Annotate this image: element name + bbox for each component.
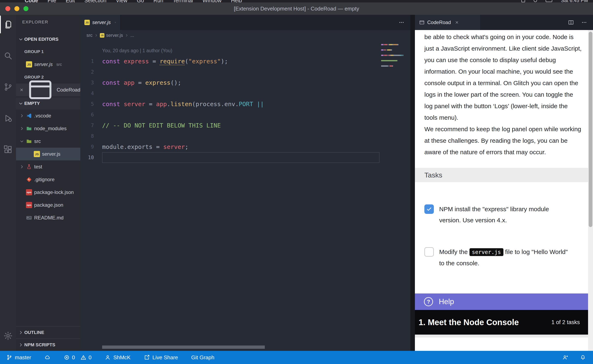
breadcrumb-item-more[interactable]: ... <box>130 33 134 38</box>
minimap-line <box>381 47 408 48</box>
check-icon <box>426 206 432 212</box>
code-editor[interactable]: You, 20 days ago | 1 author (You)1const … <box>80 41 410 351</box>
folder-src-icon <box>26 138 32 144</box>
status-shmck-account[interactable]: ShMcK <box>105 351 131 364</box>
scrollbar-thumb[interactable] <box>589 32 592 227</box>
status-feedback[interactable] <box>562 351 568 364</box>
menubar-status-icon[interactable] <box>534 0 537 2</box>
lesson-description: be able to check what's going on in your… <box>415 30 588 158</box>
activitybar-extensions[interactable] <box>0 141 16 158</box>
code-line-text[interactable]: const express = require("express"); <box>102 56 380 67</box>
status-notifications[interactable] <box>580 351 586 364</box>
activitybar-search[interactable] <box>0 47 16 65</box>
battery-icon[interactable] <box>546 0 552 2</box>
status-count: 0 <box>88 354 91 361</box>
open-editor-server-js[interactable]: JSserver.jssrc <box>16 58 80 71</box>
titlebar: [Extension Development Host] - CodeRoad … <box>0 2 593 15</box>
status-sync[interactable] <box>44 351 50 364</box>
horizontal-scrollbar[interactable] <box>102 345 265 349</box>
activitybar-run-debug[interactable] <box>0 109 16 127</box>
webview-scrollbar[interactable] <box>588 30 593 351</box>
code-line-text[interactable] <box>102 131 380 142</box>
tree-item--gitignore[interactable]: .gitignore <box>16 173 80 186</box>
task-list: NPM install the "express" library module… <box>415 182 588 269</box>
tree-item-server-js[interactable]: JSserver.js <box>16 148 80 160</box>
menubar-item-file[interactable]: File <box>47 0 56 2</box>
tree-item-label: README.md <box>34 215 64 221</box>
close-icon[interactable] <box>19 88 24 92</box>
open-editors-group-1: GROUP 1 <box>16 45 80 58</box>
panel-actions-more-icon[interactable] <box>581 19 587 26</box>
status-git-graph[interactable]: Git Graph <box>191 351 214 364</box>
task-checkbox-unchecked[interactable] <box>424 247 434 257</box>
task-checkbox-checked[interactable] <box>424 204 434 214</box>
tree-item-label: src <box>34 138 41 144</box>
code-line-1: 1const express = require("express"); <box>80 56 380 67</box>
sidebar-section-npm-scripts[interactable]: NPM SCRIPTS <box>16 338 80 351</box>
source-control-icon <box>3 82 13 92</box>
sidebar-section-outline[interactable]: OUTLINE <box>16 326 80 338</box>
menubar-item-selection[interactable]: Selection <box>84 0 107 2</box>
gitlens-blame-annotation: You, 20 days ago | 1 author (You) <box>102 45 380 56</box>
menubar-status-icon[interactable] <box>521 0 525 2</box>
minimap-line <box>381 65 408 67</box>
code-line-text[interactable] <box>102 152 380 163</box>
close-icon[interactable] <box>455 20 459 25</box>
open-editor-coderoad[interactable]: CodeRoad <box>16 84 80 96</box>
person-icon <box>105 354 111 360</box>
tree-item-package-lock-json[interactable]: npmpackage-lock.json <box>16 186 80 199</box>
code-line-text[interactable]: // -- DO NOT EDIT BELOW THIS LINE <box>102 120 380 131</box>
activitybar-settings[interactable] <box>0 327 16 345</box>
close-window-button[interactable] <box>5 6 10 11</box>
tree-item-readme-md[interactable]: README.md <box>16 211 80 224</box>
menubar-clock[interactable]: Sat 6:45 PM <box>561 0 588 2</box>
menubar-item-view[interactable]: View <box>116 0 127 2</box>
menubar-item-terminal[interactable]: Terminal <box>173 0 193 2</box>
menubar-item-edit[interactable]: Edit <box>66 0 75 2</box>
tree-item-node_modules[interactable]: node_modules <box>16 122 80 135</box>
tree-item-src[interactable]: src <box>16 135 80 148</box>
tree-item-test[interactable]: test <box>16 160 80 173</box>
menubar-item-code[interactable]: Code <box>25 0 38 2</box>
code-line-text[interactable]: const server = app.listen(process.env.PO… <box>102 99 380 109</box>
split-editor-icon[interactable] <box>568 19 574 26</box>
activitybar-source-control[interactable] <box>0 78 16 96</box>
close-icon[interactable] <box>114 20 116 25</box>
lesson-header[interactable]: 1. Meet the Node Console 1 of 2 tasks <box>415 310 588 335</box>
folder-node-icon <box>26 125 32 132</box>
minimize-window-button[interactable] <box>14 6 19 11</box>
coderoad-content: be able to check what's going on in your… <box>415 30 588 351</box>
code-line-text[interactable] <box>102 67 380 77</box>
line-number: 9 <box>80 144 94 150</box>
status-problems-part: 0 <box>64 354 75 361</box>
status-live-share[interactable]: Live Share <box>144 351 178 364</box>
tab-label: server.js <box>92 20 111 25</box>
menubar-item-help[interactable]: Help <box>231 0 242 2</box>
help-section[interactable]: ? Help <box>415 293 588 310</box>
tab-coderoad[interactable]: CodeRoad <box>415 15 481 30</box>
code-line-text[interactable]: module.exports = server; <box>102 142 380 152</box>
zoom-window-button[interactable] <box>23 6 28 11</box>
breadcrumb-item-server-js[interactable]: JSserver.js <box>100 33 123 38</box>
code-line-text[interactable] <box>102 88 380 99</box>
code-line-text[interactable]: const app = express(); <box>102 77 380 88</box>
tree-item--vscode[interactable]: .vscode <box>16 109 80 122</box>
code-line-text[interactable] <box>102 109 380 120</box>
explorer-sidebar: EXPLORER OPEN EDITORSGROUP 1JSserver.jss… <box>16 15 80 351</box>
editor-split-sash[interactable] <box>410 15 415 351</box>
chevron-right-icon <box>94 33 98 37</box>
editor-actions-more-icon[interactable] <box>398 19 405 26</box>
status-problems[interactable]: 00 <box>64 351 91 364</box>
menubar-item-window[interactable]: Window <box>202 0 221 2</box>
tree-item-package-json[interactable]: npmpackage.json <box>16 199 80 211</box>
menubar-item-go[interactable]: Go <box>137 0 144 2</box>
status-git-branch[interactable]: master <box>6 351 31 364</box>
open-editors-header[interactable]: OPEN EDITORS <box>16 33 80 45</box>
breadcrumb-item-src[interactable]: src <box>87 33 93 38</box>
tab-server-js[interactable]: JS server.js <box>80 15 121 30</box>
code-lines: You, 20 days ago | 1 author (You)1const … <box>80 45 380 163</box>
menubar-item-run[interactable]: Run <box>153 0 163 2</box>
minimap[interactable] <box>381 44 408 71</box>
question-icon: ? <box>424 297 433 306</box>
activitybar-explorer[interactable] <box>0 16 16 33</box>
